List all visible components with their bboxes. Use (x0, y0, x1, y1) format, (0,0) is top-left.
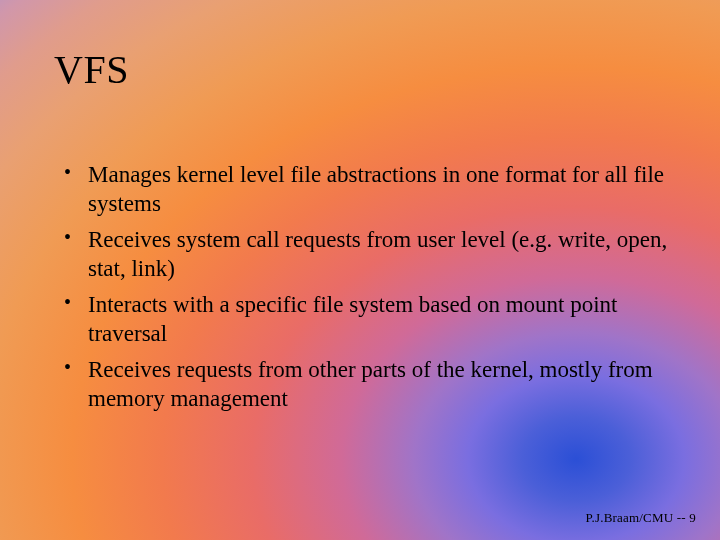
slide-title: VFS (54, 46, 129, 93)
slide-footer: P.J.Braam/CMU -- 9 (586, 510, 697, 526)
bullet-item: Interacts with a specific file system ba… (60, 290, 672, 349)
slide: VFS Manages kernel level file abstractio… (0, 0, 720, 540)
bullet-item: Receives requests from other parts of th… (60, 355, 672, 414)
bullet-item: Manages kernel level file abstractions i… (60, 160, 672, 219)
slide-body: Manages kernel level file abstractions i… (60, 160, 672, 420)
bullet-item: Receives system call requests from user … (60, 225, 672, 284)
bullet-list: Manages kernel level file abstractions i… (60, 160, 672, 414)
